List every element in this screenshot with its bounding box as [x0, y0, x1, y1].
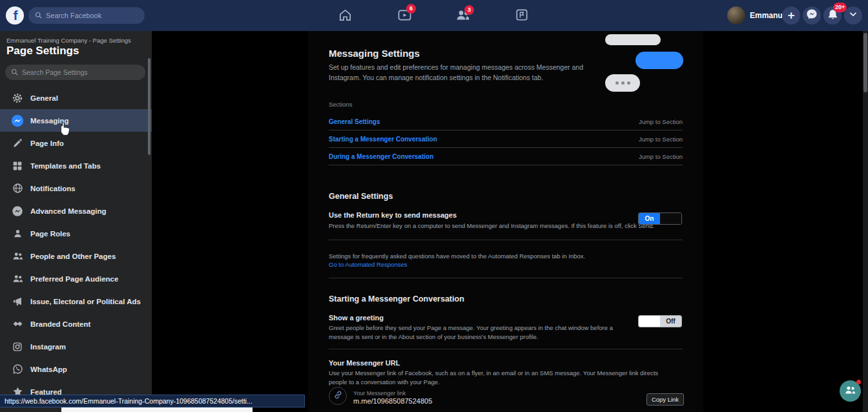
profile-menu[interactable]: Emmanuel — [727, 6, 789, 25]
return-key-toggle[interactable]: On — [638, 212, 682, 225]
section-link-row: General Settings Jump to Section — [329, 113, 683, 130]
general-settings-heading: General Settings — [329, 192, 393, 201]
search-icon — [11, 67, 18, 78]
link-icon-circle — [329, 387, 347, 405]
sidebar-item-label: Notifications — [30, 185, 76, 192]
home-icon — [338, 8, 353, 25]
chevron-down-icon — [849, 10, 858, 21]
messenger-icon — [806, 8, 818, 23]
page-scrollbar-thumb[interactable] — [863, 33, 867, 92]
toggle-off-segment[interactable]: Off — [660, 316, 681, 327]
return-key-setting-title: Use the Return key to send messages — [329, 211, 457, 219]
globe-icon — [10, 183, 25, 194]
messenger-icon — [10, 114, 25, 127]
panel-title: Messaging Settings — [329, 48, 420, 59]
jump-to-section-link[interactable]: Jump to Section — [639, 118, 683, 125]
megaphone-icon — [10, 296, 25, 307]
pages-tab[interactable] — [513, 8, 530, 25]
people-icon — [844, 384, 856, 398]
sidebar-item-label: Page Roles — [30, 230, 70, 238]
sidebar-item-label: Messaging — [30, 117, 68, 125]
instagram-icon — [10, 342, 25, 352]
sidebar-item-instagram[interactable]: Instagram — [0, 335, 152, 358]
sidebar-item-label: General — [30, 94, 58, 102]
facebook-search-input[interactable] — [46, 12, 138, 19]
breadcrumb: Emmanuel Training Company - Page Setting… — [6, 37, 131, 44]
sidebar-item-people-and-other-pages[interactable]: People and Other Pages — [0, 245, 152, 267]
gear-icon — [10, 92, 25, 104]
search-icon — [35, 10, 42, 21]
profile-avatar — [727, 6, 745, 25]
pencil-icon — [10, 138, 25, 149]
messenger-gray-icon — [10, 205, 25, 217]
sidebar-item-label: Instagram — [30, 343, 66, 351]
sidebar-item-templates-and-tabs[interactable]: Templates and Tabs — [0, 154, 152, 177]
sidebar-item-notifications[interactable]: Notifications — [0, 177, 152, 200]
sidebar-item-issue-electoral-political-ads[interactable]: Issue, Electoral or Political Ads — [0, 290, 152, 313]
facebook-search[interactable] — [28, 7, 145, 24]
pages-flag-icon — [515, 8, 529, 25]
sidebar-item-general[interactable]: General — [0, 87, 152, 109]
sidebar-item-label: WhatsApp — [30, 366, 67, 373]
toggle-on-segment[interactable]: On — [639, 213, 660, 224]
section-link-row: During a Messenger Conversation Jump to … — [329, 148, 683, 165]
sidebar-item-label: Page Info — [30, 139, 64, 147]
return-key-setting-description: Press the Return/Enter key on a computer… — [329, 221, 658, 231]
page-settings-sidebar: Emmanuel Training Company - Page Setting… — [0, 31, 152, 412]
handshake-icon — [10, 318, 25, 329]
sidebar-item-messaging[interactable]: Messaging — [0, 109, 152, 132]
facebook-f-icon: f — [14, 8, 18, 23]
settings-search[interactable] — [5, 65, 145, 80]
toggle-on-segment[interactable] — [639, 316, 660, 327]
floating-people-widget[interactable] — [840, 380, 861, 402]
watch-notification-badge: 6 — [406, 4, 416, 14]
go-to-automated-responses-link[interactable]: Go to Automated Responses — [329, 261, 407, 268]
starting-conversation-heading: Starting a Messenger Conversation — [329, 294, 464, 304]
jump-to-section-link[interactable]: Jump to Section — [639, 153, 683, 160]
sidebar-item-branded-content[interactable]: Branded Content — [0, 313, 152, 335]
messenger-link-value: m.me/109685087524805 — [353, 397, 432, 405]
toggle-off-segment[interactable] — [660, 213, 681, 224]
settings-search-input[interactable] — [22, 68, 140, 76]
page-scrollbar[interactable] — [863, 31, 868, 412]
sidebar-item-preferred-page-audience[interactable]: Preferred Page Audience — [0, 267, 152, 290]
link-icon — [333, 390, 343, 402]
groups-notification-badge: 3 — [464, 5, 474, 15]
create-button[interactable]: + — [782, 6, 800, 25]
sidebar-item-page-info[interactable]: Page Info — [0, 132, 152, 154]
sidebar-item-label: Preferred Page Audience — [30, 275, 118, 283]
home-tab[interactable] — [336, 8, 353, 25]
plus-icon: + — [787, 7, 794, 24]
sidebar-item-label: People and Other Pages — [30, 252, 116, 260]
person-icon — [10, 229, 25, 238]
sidebar-item-label: Templates and Tabs — [30, 162, 101, 170]
section-link-list: General Settings Jump to Section Startin… — [329, 113, 683, 165]
whatsapp-icon — [10, 364, 25, 375]
widget-alert-dot — [856, 380, 861, 384]
account-menu-button[interactable] — [844, 6, 862, 25]
messenger-button[interactable] — [803, 6, 821, 25]
copy-link-button[interactable]: Copy Link — [646, 393, 684, 406]
section-link-row: Starting a Messenger Conversation Jump t… — [329, 130, 683, 148]
settings-nav: General Messaging Page Info Templates an… — [0, 87, 152, 403]
people-icon — [10, 251, 25, 261]
jump-to-section-link[interactable]: Jump to Section — [639, 136, 683, 143]
facebook-logo[interactable]: f — [6, 6, 24, 25]
chat-bubble-illustration — [605, 34, 661, 45]
sidebar-scrollbar-thumb[interactable] — [148, 58, 150, 155]
top-navigation-bar: f 6 3 20+ Emmanuel + — [0, 0, 868, 31]
greeting-toggle[interactable]: Off — [638, 315, 682, 327]
blue-message-bubble-illustration — [636, 52, 683, 69]
greeting-setting-title: Show a greeting — [329, 314, 384, 322]
sidebar-item-page-roles[interactable]: Page Roles — [0, 222, 152, 245]
sidebar-item-whatsapp[interactable]: WhatsApp — [0, 358, 152, 380]
sidebar-item-advanced-messaging[interactable]: Advanced Messaging — [0, 200, 152, 222]
panel-description: Set up features and edit preferences for… — [329, 63, 605, 83]
section-link-starting-conversation[interactable]: Starting a Messenger Conversation — [329, 136, 437, 143]
people-icon — [10, 274, 25, 283]
section-link-during-conversation[interactable]: During a Messenger Conversation — [329, 153, 433, 160]
section-link-general-settings[interactable]: General Settings — [329, 118, 380, 125]
divider — [329, 240, 683, 240]
greeting-setting-description: Greet people before they send your Page … — [329, 324, 634, 342]
divider — [329, 349, 683, 349]
